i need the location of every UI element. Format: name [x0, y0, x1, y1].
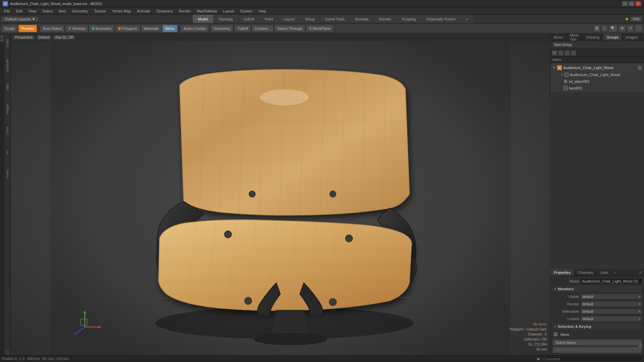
right-tab-items[interactable]: Items — [550, 34, 567, 41]
menu-select[interactable]: Select — [40, 8, 55, 14]
scene-group-header[interactable]: ▼ G Auditorium_Chair_Light_Wood × — [551, 64, 643, 71]
tab-topology[interactable]: Topology — [213, 15, 238, 23]
props-expand-button[interactable]: ⤢ — [637, 269, 644, 276]
far-left-btn-1[interactable] — [0, 35, 4, 38]
falloff-button[interactable]: Falloff — [235, 25, 251, 32]
tab-schematic-fusion[interactable]: Schematic Fusion — [421, 15, 461, 23]
menu-file[interactable]: File — [1, 8, 13, 14]
vp-ctrl-5[interactable]: ↗ — [627, 25, 634, 32]
star-button[interactable]: ★ — [625, 16, 629, 21]
vp-ctrl-2[interactable]: ○ — [601, 25, 608, 32]
vp-ctrl-4[interactable]: ⚙ — [619, 25, 626, 32]
menu-help[interactable]: Help — [256, 8, 269, 14]
tab-add[interactable]: + — [461, 15, 473, 23]
sidebar-item-uv[interactable]: UV — [4, 142, 10, 163]
select-channels-button[interactable]: Select Channels — [552, 347, 642, 353]
sidebar-item-fusion[interactable]: Fusion — [4, 164, 10, 184]
vis-ctrl-4[interactable] — [571, 50, 576, 56]
right-tab-images[interactable]: Images — [622, 34, 641, 41]
right-tab-shading[interactable]: Shading — [583, 34, 603, 41]
boundary-button[interactable]: Boundary — [89, 25, 114, 32]
vp-ctrl-1[interactable]: ⊞ — [593, 25, 600, 32]
far-left-btn-2[interactable] — [0, 39, 4, 42]
sidebar-item-curve[interactable]: Curve — [4, 121, 10, 141]
menu-system[interactable]: System — [237, 8, 255, 14]
scene-item-sit-place[interactable]: sit_place001 — [551, 78, 643, 85]
maximize-button[interactable]: □ — [629, 1, 635, 6]
visible-select-wrapper[interactable]: default yes no — [581, 294, 642, 300]
tab-render[interactable]: Render — [374, 15, 396, 23]
menu-vertex-map[interactable]: Vertex Map — [110, 8, 134, 14]
tab-layout[interactable]: Layout — [278, 15, 300, 23]
vp-ctrl-3[interactable]: 🔍 — [609, 25, 618, 32]
materials-button[interactable]: Materials — [141, 25, 162, 32]
viewport[interactable]: Perspective Default Ray GL: Off — [11, 34, 550, 355]
props-tab-add[interactable]: + — [611, 269, 618, 276]
sculpt-button[interactable]: Sculpt — [1, 25, 18, 32]
close-button[interactable]: ✕ — [635, 1, 641, 6]
locked-select[interactable]: default yes no — [581, 316, 642, 322]
panel-expand-arrow[interactable] — [637, 343, 642, 348]
tab-setup[interactable]: Setup — [300, 15, 320, 23]
style-button[interactable]: Default — [36, 35, 52, 40]
polygons-button[interactable]: Polygons — [115, 25, 140, 32]
only-button[interactable]: Only — [630, 16, 642, 21]
menu-layout[interactable]: Layout — [220, 8, 237, 14]
window-controls[interactable]: ─ □ ✕ — [622, 1, 641, 6]
sidebar-bottom-icon[interactable]: ○ — [5, 348, 10, 355]
tab-uvedit[interactable]: UvEdit — [238, 15, 259, 23]
select-items-button[interactable]: Select Items — [552, 339, 642, 346]
selection-keying-header[interactable]: ▼ Selection & Keying — [552, 323, 642, 330]
auto-select-button[interactable]: Auto Select — [40, 25, 65, 32]
menu-view[interactable]: View — [26, 8, 39, 14]
vis-ctrl-1[interactable]: 👁 — [552, 50, 557, 56]
tab-paint[interactable]: Paint — [260, 15, 278, 23]
menu-animate[interactable]: Animate — [134, 8, 153, 14]
tab-game-tools[interactable]: Game Tools — [320, 15, 350, 23]
presets-button[interactable]: Presets — [18, 25, 37, 32]
props-tab-properties[interactable]: Properties — [550, 269, 574, 276]
constraints-button[interactable]: Constra... — [252, 25, 274, 32]
props-tab-lists[interactable]: Lists — [597, 269, 612, 276]
right-tab-groups[interactable]: Groups — [603, 34, 622, 41]
minimize-button[interactable]: ─ — [622, 1, 628, 6]
workplane-button[interactable]: ⊡ WorkPlane — [306, 25, 334, 32]
name-field[interactable] — [581, 278, 642, 284]
menu-item[interactable]: Item — [56, 8, 68, 14]
tab-model[interactable]: Model — [193, 15, 213, 23]
vp-ctrl-6[interactable]: ⋯ — [635, 25, 643, 32]
scene-item-auditorium-chair[interactable]: ▸ Auditorium_Chair_Light_Wood — [551, 71, 643, 78]
key-icon[interactable] — [552, 331, 559, 338]
sidebar-item-duplicate[interactable]: Duplicate — [4, 55, 10, 75]
vertices-button[interactable]: Vertices — [65, 25, 88, 32]
locked-select-wrapper[interactable]: default yes no — [581, 316, 642, 322]
render-select-wrapper[interactable]: default yes no — [581, 301, 642, 307]
right-tab-add[interactable]: + — [641, 34, 644, 41]
sidebar-item-sculpt[interactable]: Sculpt — [4, 34, 10, 54]
group-action-1[interactable]: × — [638, 66, 642, 70]
vis-ctrl-2[interactable] — [558, 50, 564, 56]
render-select[interactable]: default yes no — [581, 301, 642, 307]
menu-geometry[interactable]: Geometry — [69, 8, 91, 14]
scene-item-hard001[interactable]: hard001 — [551, 85, 643, 92]
selectable-select[interactable]: default yes no — [581, 308, 642, 314]
vis-ctrl-3[interactable] — [565, 50, 570, 56]
new-group-button[interactable]: New Group — [552, 42, 574, 47]
sidebar-item-polygon[interactable]: Polygon — [4, 99, 10, 119]
tab-animate[interactable]: Animate — [350, 15, 374, 23]
members-section-header[interactable]: ▼ Members — [552, 286, 642, 292]
menu-maxomodo[interactable]: MaxToModo — [194, 8, 220, 14]
sidebar-item-edge[interactable]: Edge — [4, 77, 10, 97]
action-center-button[interactable]: Action Center — [180, 25, 209, 32]
layout-dropdown[interactable]: Default Layouts ▼ — [1, 16, 39, 22]
items-button[interactable]: Items — [162, 25, 177, 32]
props-tab-channels[interactable]: Channels — [574, 269, 597, 276]
selectable-select-wrapper[interactable]: default yes no — [581, 308, 642, 314]
right-tab-mesh-ops[interactable]: Mesh Ops — [567, 34, 583, 41]
symmetry-button[interactable]: Symmetry — [211, 25, 233, 32]
raygl-button[interactable]: Ray GL: Off — [53, 35, 75, 40]
menu-texture[interactable]: Texture — [92, 8, 109, 14]
menu-render[interactable]: Render — [176, 8, 194, 14]
visible-select[interactable]: default yes no — [581, 294, 642, 300]
tab-scripting[interactable]: Scripting — [396, 15, 421, 23]
